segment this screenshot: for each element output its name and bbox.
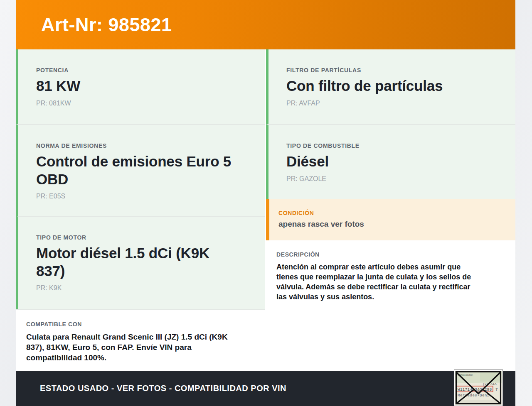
vin-document: Fahrgestellnr. |9| AiA W1171463J31298 7 …: [455, 371, 502, 405]
spec-pr-code: PR: AVFAP: [286, 100, 503, 107]
spec-value: Motor diésel 1.5 dCi (K9K 837): [36, 245, 253, 280]
spec-value: Con filtro de partículas: [286, 77, 503, 95]
condition-label: CONDICIÓN: [278, 210, 507, 216]
description-label: DESCRIPCIÓN: [276, 251, 501, 258]
right-column: FILTRO DE PARTÍCULAS Con filtro de partí…: [266, 49, 515, 371]
spec-value: Diésel: [286, 153, 503, 171]
spec-label: POTENCIA: [36, 67, 253, 73]
card-filtro-particulas: FILTRO DE PARTÍCULAS Con filtro de partí…: [266, 49, 515, 124]
spec-pr-code: PR: K9K: [36, 284, 253, 292]
spec-value: 81 KW: [36, 77, 253, 95]
card-tipo-motor: TIPO DE MOTOR Motor diésel 1.5 dCi (K9K …: [16, 216, 265, 309]
compatible-text: Culata para Renault Grand Scenic III (JZ…: [26, 332, 251, 363]
spec-pr-code: PR: E05S: [36, 193, 253, 200]
header-banner: Art-Nr: 985821: [16, 0, 515, 49]
spec-label: TIPO DE COMBUSTIBLE: [286, 142, 503, 149]
page-title: Art-Nr: 985821: [41, 14, 172, 36]
spec-pr-code: PR: 081KW: [36, 100, 253, 107]
vin-photo-thumbnail[interactable]: Fahrgestellnr. |9| AiA W1171463J31298 7 …: [454, 369, 503, 406]
spec-label: TIPO DE MOTOR: [36, 234, 253, 241]
spec-value: Control de emisiones Euro 5 OBD: [36, 153, 253, 188]
card-norma-emisiones: NORMA DE EMISIONES Control de emisiones …: [16, 124, 265, 216]
condition-text: apenas rasca ver fotos: [278, 220, 507, 229]
brand-text: Mercedes-Benz: [458, 394, 490, 398]
spec-pr-code: PR: GAZOLE: [286, 175, 503, 183]
description-text: Atención al comprar este artículo debes …: [276, 262, 501, 302]
card-potencia: POTENCIA 81 KW PR: 081KW: [16, 49, 265, 124]
card-tipo-combustible: TIPO DE COMBUSTIBLE Diésel PR: GAZOLE: [266, 124, 515, 199]
vin-suffix: 7: [495, 388, 498, 392]
spec-label: NORMA DE EMISIONES: [36, 142, 253, 149]
compatible-card: COMPATIBLE CON Culata para Renault Grand…: [16, 309, 265, 371]
left-column: POTENCIA 81 KW PR: 081KW NORMA DE EMISIO…: [16, 49, 265, 371]
footer-bar: ESTADO USADO - VER FOTOS - COMPATIBILIDA…: [16, 371, 515, 406]
footer-text: ESTADO USADO - VER FOTOS - COMPATIBILIDA…: [40, 384, 286, 393]
listing-page: Art-Nr: 985821 POTENCIA 81 KW PR: 081KW …: [16, 0, 515, 406]
spec-label: FILTRO DE PARTÍCULAS: [286, 67, 503, 73]
compatible-label: COMPATIBLE CON: [26, 321, 251, 328]
description-section: DESCRIPCIÓN Atención al comprar este art…: [266, 240, 515, 371]
spec-grid: POTENCIA 81 KW PR: 081KW NORMA DE EMISIO…: [16, 49, 515, 371]
condition-card: CONDICIÓN apenas rasca ver fotos: [266, 199, 515, 240]
